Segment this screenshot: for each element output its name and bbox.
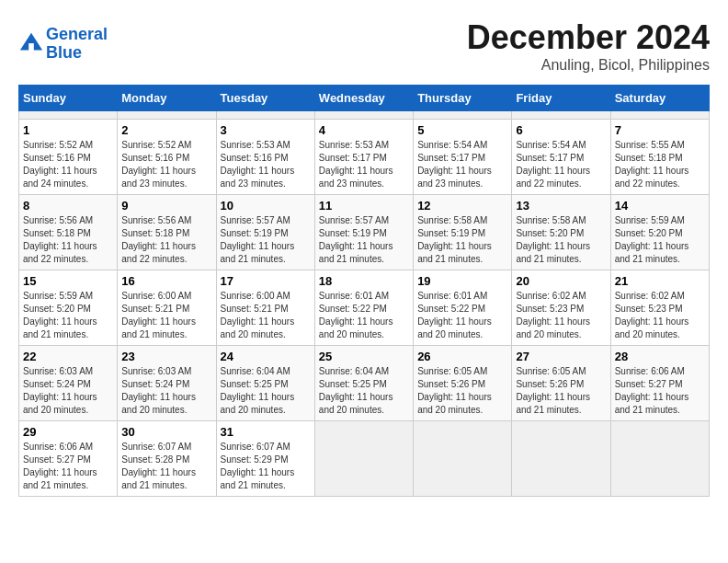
day-cell: 2Sunrise: 5:52 AM Sunset: 5:16 PM Daylig… <box>118 120 216 195</box>
header-cell-wednesday: Wednesday <box>314 86 413 111</box>
day-number: 14 <box>615 199 705 213</box>
day-info: Sunrise: 6:07 AM Sunset: 5:28 PM Dayligh… <box>121 441 211 492</box>
header-cell-thursday: Thursday <box>414 86 512 111</box>
day-cell <box>216 111 314 120</box>
day-cell <box>314 421 413 497</box>
day-number: 2 <box>121 123 211 137</box>
day-cell: 18Sunrise: 6:01 AM Sunset: 5:22 PM Dayli… <box>314 270 413 346</box>
day-cell: 23Sunrise: 6:03 AM Sunset: 5:24 PM Dayli… <box>118 346 216 421</box>
day-info: Sunrise: 5:55 AM Sunset: 5:18 PM Dayligh… <box>615 139 705 190</box>
day-number: 9 <box>121 199 211 213</box>
day-info: Sunrise: 5:56 AM Sunset: 5:18 PM Dayligh… <box>23 214 113 266</box>
day-info: Sunrise: 5:54 AM Sunset: 5:17 PM Dayligh… <box>417 139 507 190</box>
logo-text: General Blue <box>46 26 108 63</box>
day-number: 3 <box>221 123 311 137</box>
day-info: Sunrise: 6:05 AM Sunset: 5:26 PM Dayligh… <box>516 365 606 417</box>
day-number: 19 <box>417 274 507 288</box>
day-number: 23 <box>121 350 211 363</box>
day-info: Sunrise: 5:52 AM Sunset: 5:16 PM Dayligh… <box>23 139 113 190</box>
day-info: Sunrise: 6:04 AM Sunset: 5:25 PM Dayligh… <box>221 365 311 417</box>
day-number: 6 <box>516 123 606 137</box>
day-cell <box>610 111 709 120</box>
day-info: Sunrise: 5:54 AM Sunset: 5:17 PM Dayligh… <box>516 139 606 190</box>
day-info: Sunrise: 6:06 AM Sunset: 5:27 PM Dayligh… <box>615 365 705 417</box>
main-title: December 2024 <box>467 18 710 57</box>
week-row-5: 29Sunrise: 6:06 AM Sunset: 5:27 PM Dayli… <box>19 421 710 497</box>
day-cell: 31Sunrise: 6:07 AM Sunset: 5:29 PM Dayli… <box>216 421 314 497</box>
day-cell: 8Sunrise: 5:56 AM Sunset: 5:18 PM Daylig… <box>19 195 118 270</box>
day-cell <box>414 421 512 497</box>
day-cell: 28Sunrise: 6:06 AM Sunset: 5:27 PM Dayli… <box>610 346 709 421</box>
day-cell: 15Sunrise: 5:59 AM Sunset: 5:20 PM Dayli… <box>19 270 118 346</box>
week-row-2: 8Sunrise: 5:56 AM Sunset: 5:18 PM Daylig… <box>19 195 710 270</box>
day-cell: 13Sunrise: 5:58 AM Sunset: 5:20 PM Dayli… <box>512 195 610 270</box>
day-cell: 25Sunrise: 6:04 AM Sunset: 5:25 PM Dayli… <box>314 346 413 421</box>
day-info: Sunrise: 5:59 AM Sunset: 5:20 PM Dayligh… <box>615 214 705 266</box>
day-info: Sunrise: 6:06 AM Sunset: 5:27 PM Dayligh… <box>23 441 113 492</box>
svg-rect-1 <box>28 43 34 52</box>
day-number: 8 <box>23 199 113 213</box>
header: General Blue December 2024 Anuling, Bico… <box>18 18 710 74</box>
day-info: Sunrise: 6:03 AM Sunset: 5:24 PM Dayligh… <box>23 365 113 417</box>
day-number: 10 <box>221 199 311 213</box>
week-row-3: 15Sunrise: 5:59 AM Sunset: 5:20 PM Dayli… <box>19 270 710 346</box>
day-number: 16 <box>121 274 211 288</box>
day-cell: 17Sunrise: 6:00 AM Sunset: 5:21 PM Dayli… <box>216 270 314 346</box>
day-cell: 24Sunrise: 6:04 AM Sunset: 5:25 PM Dayli… <box>216 346 314 421</box>
day-cell <box>414 111 512 120</box>
day-number: 29 <box>23 425 113 439</box>
day-number: 31 <box>221 425 311 439</box>
day-number: 15 <box>23 274 113 288</box>
day-info: Sunrise: 5:58 AM Sunset: 5:19 PM Dayligh… <box>417 214 507 266</box>
day-cell: 20Sunrise: 6:02 AM Sunset: 5:23 PM Dayli… <box>512 270 610 346</box>
day-cell: 5Sunrise: 5:54 AM Sunset: 5:17 PM Daylig… <box>414 120 512 195</box>
day-cell <box>610 421 709 497</box>
day-number: 25 <box>319 350 409 363</box>
day-info: Sunrise: 6:00 AM Sunset: 5:21 PM Dayligh… <box>121 290 211 341</box>
day-info: Sunrise: 6:02 AM Sunset: 5:23 PM Dayligh… <box>516 290 606 341</box>
day-cell: 29Sunrise: 6:06 AM Sunset: 5:27 PM Dayli… <box>19 421 118 497</box>
header-cell-sunday: Sunday <box>19 86 118 111</box>
day-cell: 26Sunrise: 6:05 AM Sunset: 5:26 PM Dayli… <box>414 346 512 421</box>
day-info: Sunrise: 6:00 AM Sunset: 5:21 PM Dayligh… <box>221 290 311 341</box>
day-info: Sunrise: 6:05 AM Sunset: 5:26 PM Dayligh… <box>417 365 507 417</box>
day-cell: 14Sunrise: 5:59 AM Sunset: 5:20 PM Dayli… <box>610 195 709 270</box>
day-cell: 16Sunrise: 6:00 AM Sunset: 5:21 PM Dayli… <box>118 270 216 346</box>
day-info: Sunrise: 6:03 AM Sunset: 5:24 PM Dayligh… <box>121 365 211 417</box>
day-number: 20 <box>516 274 606 288</box>
day-info: Sunrise: 5:58 AM Sunset: 5:20 PM Dayligh… <box>516 214 606 266</box>
day-number: 4 <box>319 123 409 137</box>
day-cell <box>512 111 610 120</box>
day-number: 30 <box>121 425 211 439</box>
day-cell: 6Sunrise: 5:54 AM Sunset: 5:17 PM Daylig… <box>512 120 610 195</box>
day-number: 13 <box>516 199 606 213</box>
header-cell-friday: Friday <box>512 86 610 111</box>
day-cell: 30Sunrise: 6:07 AM Sunset: 5:28 PM Dayli… <box>118 421 216 497</box>
day-info: Sunrise: 6:02 AM Sunset: 5:23 PM Dayligh… <box>615 290 705 341</box>
day-cell <box>19 111 118 120</box>
week-row-1: 1Sunrise: 5:52 AM Sunset: 5:16 PM Daylig… <box>19 120 710 195</box>
week-row-4: 22Sunrise: 6:03 AM Sunset: 5:24 PM Dayli… <box>19 346 710 421</box>
day-number: 11 <box>319 199 409 213</box>
day-info: Sunrise: 5:57 AM Sunset: 5:19 PM Dayligh… <box>221 214 311 266</box>
logo: General Blue <box>18 26 108 63</box>
day-cell: 11Sunrise: 5:57 AM Sunset: 5:19 PM Dayli… <box>314 195 413 270</box>
day-cell: 27Sunrise: 6:05 AM Sunset: 5:26 PM Dayli… <box>512 346 610 421</box>
day-info: Sunrise: 5:53 AM Sunset: 5:17 PM Dayligh… <box>319 139 409 190</box>
day-number: 12 <box>417 199 507 213</box>
day-cell <box>512 421 610 497</box>
day-cell: 19Sunrise: 6:01 AM Sunset: 5:22 PM Dayli… <box>414 270 512 346</box>
day-number: 18 <box>319 274 409 288</box>
day-cell <box>118 111 216 120</box>
day-cell: 21Sunrise: 6:02 AM Sunset: 5:23 PM Dayli… <box>610 270 709 346</box>
header-cell-monday: Monday <box>118 86 216 111</box>
day-number: 24 <box>221 350 311 363</box>
day-number: 28 <box>615 350 705 363</box>
day-number: 5 <box>417 123 507 137</box>
header-cell-saturday: Saturday <box>610 86 709 111</box>
day-number: 27 <box>516 350 606 363</box>
day-cell: 3Sunrise: 5:53 AM Sunset: 5:16 PM Daylig… <box>216 120 314 195</box>
day-info: Sunrise: 5:56 AM Sunset: 5:18 PM Dayligh… <box>121 214 211 266</box>
day-info: Sunrise: 5:57 AM Sunset: 5:19 PM Dayligh… <box>319 214 409 266</box>
day-cell: 9Sunrise: 5:56 AM Sunset: 5:18 PM Daylig… <box>118 195 216 270</box>
